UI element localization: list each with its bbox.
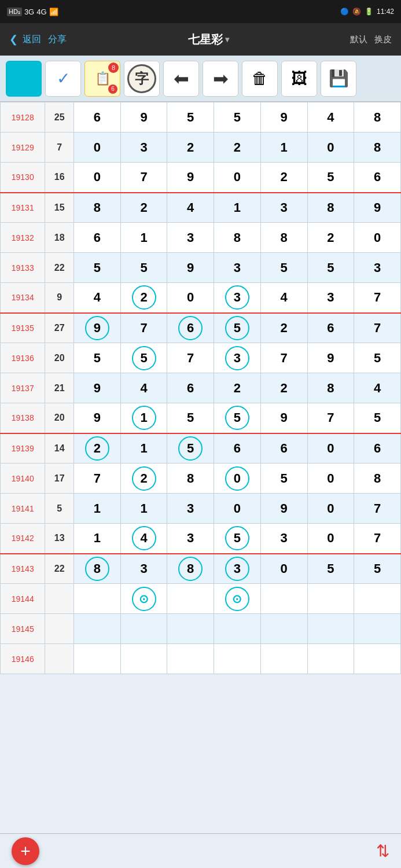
number-cell[interactable]: 0 <box>214 494 261 524</box>
number-cell[interactable]: 5 <box>354 343 401 373</box>
number-cell[interactable]: 5 <box>167 403 214 433</box>
number-cell[interactable]: 0 <box>307 433 354 464</box>
check-button[interactable]: ✓ <box>45 61 81 97</box>
number-cell[interactable]: 7 <box>167 343 214 373</box>
number-cell[interactable]: 5 <box>354 554 401 584</box>
number-cell[interactable] <box>73 614 120 644</box>
number-cell[interactable]: 6 <box>73 102 120 133</box>
number-cell[interactable]: 9 <box>354 193 401 223</box>
number-cell[interactable]: 2 <box>73 433 120 464</box>
share-label[interactable]: 分享 <box>48 34 67 46</box>
number-cell[interactable]: 0 <box>307 133 354 163</box>
number-cell[interactable]: 0 <box>307 494 354 524</box>
number-cell[interactable]: 3 <box>167 494 214 524</box>
number-cell[interactable]: 2 <box>260 373 307 403</box>
number-cell[interactable] <box>167 584 214 614</box>
number-cell[interactable]: 3 <box>260 524 307 554</box>
number-cell[interactable] <box>354 614 401 644</box>
number-cell[interactable] <box>260 644 307 674</box>
number-cell[interactable] <box>214 644 261 674</box>
number-cell[interactable]: 2 <box>260 163 307 193</box>
zi-button[interactable]: 字 <box>124 61 160 97</box>
number-cell[interactable]: 9 <box>73 373 120 403</box>
number-cell[interactable]: 6 <box>167 373 214 403</box>
number-cell[interactable] <box>214 614 261 644</box>
default-label[interactable]: 默认 <box>350 34 367 45</box>
number-cell[interactable]: 9 <box>73 403 120 433</box>
number-cell[interactable] <box>307 584 354 614</box>
number-cell[interactable]: 2 <box>260 313 307 343</box>
number-cell[interactable]: 7 <box>120 313 167 343</box>
number-cell[interactable]: 8 <box>354 133 401 163</box>
number-cell[interactable]: 3 <box>214 554 261 584</box>
number-cell[interactable]: 6 <box>307 313 354 343</box>
number-cell[interactable] <box>73 584 120 614</box>
number-cell[interactable]: 3 <box>167 223 214 253</box>
number-cell[interactable]: 7 <box>120 163 167 193</box>
number-cell[interactable]: 7 <box>260 343 307 373</box>
number-cell[interactable]: 7 <box>354 313 401 343</box>
number-cell[interactable] <box>354 644 401 674</box>
number-cell[interactable]: 8 <box>167 554 214 584</box>
back-label[interactable]: 返回 <box>23 34 41 46</box>
number-cell[interactable]: 3 <box>214 343 261 373</box>
number-cell[interactable]: 6 <box>214 433 261 464</box>
number-cell[interactable]: 1 <box>73 494 120 524</box>
number-cell[interactable]: 3 <box>120 133 167 163</box>
number-cell[interactable]: 4 <box>120 524 167 554</box>
number-cell[interactable]: 2 <box>167 133 214 163</box>
number-cell[interactable]: 9 <box>260 403 307 433</box>
nav-right[interactable]: 默认 换皮 <box>350 34 392 45</box>
number-cell[interactable]: 0 <box>214 163 261 193</box>
save-button[interactable]: 💾 <box>321 61 356 97</box>
number-cell[interactable]: 3 <box>307 283 354 313</box>
number-cell[interactable] <box>354 584 401 614</box>
number-cell[interactable]: 8 <box>307 193 354 223</box>
number-cell[interactable]: 2 <box>214 133 261 163</box>
number-cell[interactable]: 8 <box>167 464 214 494</box>
number-cell[interactable]: 4 <box>73 283 120 313</box>
number-cell[interactable]: 9 <box>307 343 354 373</box>
number-cell[interactable]: 6 <box>354 433 401 464</box>
number-cell[interactable]: 5 <box>73 253 120 283</box>
number-cell[interactable]: 0 <box>214 464 261 494</box>
photo-button[interactable]: 🖼 <box>281 61 317 97</box>
number-cell[interactable] <box>120 614 167 644</box>
number-cell[interactable]: 1 <box>120 223 167 253</box>
number-cell[interactable]: 3 <box>214 253 261 283</box>
number-cell[interactable]: 0 <box>307 524 354 554</box>
number-cell[interactable]: 5 <box>307 554 354 584</box>
number-cell[interactable]: 6 <box>260 433 307 464</box>
number-cell[interactable]: 5 <box>260 464 307 494</box>
number-cell[interactable]: 5 <box>260 253 307 283</box>
number-cell[interactable]: 5 <box>167 433 214 464</box>
number-cell[interactable]: 6 <box>167 313 214 343</box>
number-cell[interactable]: 3 <box>260 193 307 223</box>
badge-button[interactable]: 📋 8 6 <box>84 61 120 97</box>
number-cell[interactable]: ⊙ <box>214 584 261 614</box>
number-cell[interactable]: 0 <box>260 554 307 584</box>
number-cell[interactable]: 7 <box>73 464 120 494</box>
number-cell[interactable] <box>307 614 354 644</box>
number-cell[interactable]: 8 <box>214 223 261 253</box>
number-cell[interactable]: 8 <box>260 223 307 253</box>
number-cell[interactable]: 3 <box>167 524 214 554</box>
number-cell[interactable]: 1 <box>214 193 261 223</box>
nav-left[interactable]: ❮ 返回 分享 <box>9 33 67 46</box>
number-cell[interactable]: 0 <box>167 283 214 313</box>
number-cell[interactable]: 5 <box>307 163 354 193</box>
number-cell[interactable]: 2 <box>214 373 261 403</box>
number-cell[interactable]: 5 <box>214 313 261 343</box>
number-cell[interactable] <box>73 644 120 674</box>
number-cell[interactable]: 3 <box>120 554 167 584</box>
color-block-button[interactable] <box>6 61 42 97</box>
number-cell[interactable]: 0 <box>73 133 120 163</box>
number-cell[interactable] <box>307 644 354 674</box>
number-cell[interactable]: 7 <box>354 283 401 313</box>
dropdown-icon[interactable]: ▾ <box>225 35 229 44</box>
number-cell[interactable] <box>120 644 167 674</box>
number-cell[interactable]: 0 <box>307 464 354 494</box>
number-cell[interactable]: 5 <box>120 343 167 373</box>
number-cell[interactable]: 4 <box>354 373 401 403</box>
number-cell[interactable]: 5 <box>307 253 354 283</box>
